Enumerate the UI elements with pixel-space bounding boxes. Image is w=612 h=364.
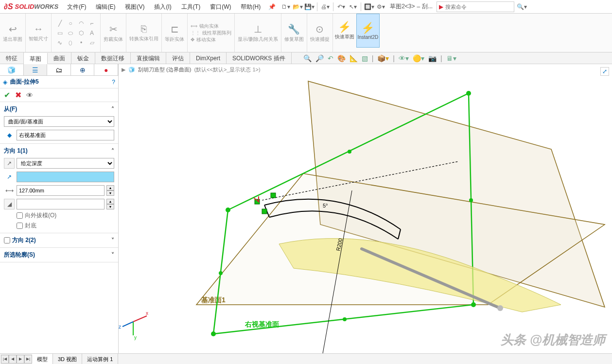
rapid-sketch-button[interactable]: ⚡快速草图 — [333, 14, 356, 48]
menu-view[interactable]: 视图(V) — [120, 0, 149, 14]
scene-icon[interactable]: 👁▾ — [399, 54, 409, 62]
spline-icon[interactable]: ∿ — [55, 38, 64, 47]
from-header[interactable]: 从(F) ˄ — [4, 105, 114, 113]
slot-icon[interactable]: ⬭ — [66, 29, 75, 37]
prev-tab-button[interactable]: ◀ — [9, 355, 17, 364]
graphics-viewport[interactable]: ▶ 🧊 刮胡刀造型 (边界曲面) (默认<<默认>_显示状态 1>) ⤢ 基准面… — [119, 64, 612, 353]
instant2d-button[interactable]: ⚡Instant2D — [356, 14, 380, 48]
line-icon[interactable]: ╱ — [55, 19, 64, 28]
tab-sketch[interactable]: 草图 — [24, 53, 48, 64]
contours-header[interactable]: 所选轮廓(S) ˅ — [4, 251, 114, 259]
ellipse-icon[interactable]: ⬯ — [66, 38, 75, 47]
options-button[interactable]: ⚙▾ — [375, 1, 386, 12]
open-button[interactable]: 📂▾ — [292, 1, 303, 12]
view-orient-icon[interactable]: 📐 — [350, 54, 358, 62]
draft-button[interactable]: ◢ — [4, 199, 15, 209]
rect-icon[interactable]: ▭ — [55, 29, 64, 37]
draft-angle-input[interactable] — [17, 199, 105, 209]
search-box[interactable]: ▶ — [437, 1, 514, 12]
relation-icon[interactable] — [271, 193, 276, 198]
dir2-enable-check[interactable] — [4, 237, 10, 243]
save-button[interactable]: 💾▾ — [304, 1, 315, 12]
zoom-area-icon[interactable]: 🔎 — [315, 54, 324, 62]
smart-dimension-button[interactable]: ↔智能尺寸 — [26, 14, 52, 52]
convert-button[interactable]: ⎘转换实体引用 — [126, 14, 162, 52]
tab-dimxpert[interactable]: DimXpert — [190, 52, 227, 64]
text-icon[interactable]: A — [87, 29, 96, 37]
new-button[interactable]: 🗋▾ — [280, 1, 291, 12]
dir1-header[interactable]: 方向 1(1) ˄ — [4, 147, 114, 155]
trim-button[interactable]: ✂剪裁实体 — [101, 14, 126, 52]
tab-direct[interactable]: 直接编辑 — [131, 52, 166, 64]
view-triad[interactable]: x y z — [119, 311, 148, 340]
dir2-header[interactable]: 方向 2(2) ˅ — [4, 236, 114, 244]
menu-file[interactable]: 文件(F) — [62, 0, 91, 14]
cancel-button[interactable]: ✖ — [15, 90, 21, 100]
pin-icon[interactable]: 📌 — [268, 3, 276, 10]
motion-tab[interactable]: 运动算例 1 — [82, 354, 118, 364]
ok-button[interactable]: ✔ — [4, 90, 10, 100]
tab-addins[interactable]: SOLIDWORKS 插件 — [227, 52, 292, 64]
next-tab-button[interactable]: ▶ — [17, 355, 24, 364]
linear-pattern-button[interactable]: ⋮⋮线性草图阵列 — [191, 30, 231, 36]
fillet-icon[interactable]: ⌐ — [87, 19, 96, 28]
expand-panel-icon[interactable]: ⤢ — [600, 67, 609, 76]
repair-sketch-button[interactable]: 🔧修复草图 — [281, 14, 307, 52]
angle-dimension[interactable]: 5° — [323, 203, 328, 208]
depth-input[interactable] — [17, 185, 105, 196]
tab-surface[interactable]: 曲面 — [48, 52, 71, 64]
last-tab-button[interactable]: ▶| — [24, 355, 32, 364]
menu-tools[interactable]: 工具(T) — [176, 0, 205, 14]
menu-help[interactable]: 帮助(H) — [236, 0, 265, 14]
menu-insert[interactable]: 插入(I) — [149, 0, 176, 14]
draft-spinner[interactable]: ▲▼ — [106, 199, 114, 209]
tab-sheetmetal[interactable]: 钣金 — [71, 52, 95, 64]
poly-icon[interactable]: ⬡ — [77, 29, 86, 37]
from-dropdown[interactable]: 曲面/面/基准面 — [4, 116, 114, 127]
move-button[interactable]: ✥移动实体 — [191, 36, 216, 43]
menu-edit[interactable]: 编辑(E) — [91, 0, 120, 14]
print-button[interactable]: 🖨▾ — [320, 1, 331, 12]
first-tab-button[interactable]: |◀ — [1, 355, 9, 364]
property-tab[interactable]: ☰ — [24, 64, 48, 75]
dir1-vector-box[interactable] — [17, 172, 114, 182]
settings-icon[interactable]: 📷 — [428, 54, 437, 62]
tab-eval[interactable]: 评估 — [166, 52, 190, 64]
menu-window[interactable]: 窗口(W) — [205, 0, 236, 14]
tab-feature[interactable]: 特征 — [0, 52, 24, 64]
offset-button[interactable]: ⊏等距实体 — [162, 14, 188, 52]
zoom-fit-icon[interactable]: 🔍 — [303, 54, 312, 62]
rebuild-button[interactable]: 🔲▾ — [364, 1, 374, 12]
arc-icon[interactable]: ◠ — [77, 19, 86, 28]
part-name[interactable]: 刮胡刀造型 (边界曲面) — [138, 66, 191, 73]
mirror-button[interactable]: ⟺镜向实体 — [191, 23, 219, 30]
fm-tree-tab[interactable]: 🧊 — [0, 64, 24, 75]
display-style-icon[interactable]: ▧ — [362, 54, 368, 62]
expand-icon[interactable]: ▶ — [122, 67, 125, 73]
plane-icon[interactable]: ▱ — [87, 38, 96, 47]
exit-sketch-button[interactable]: ↩退出草图 — [0, 14, 26, 52]
tab-migrate[interactable]: 数据迁移 — [95, 52, 131, 64]
point-icon[interactable]: • — [77, 38, 86, 47]
draft-outward-check[interactable]: 向外拔模(O) — [17, 211, 114, 220]
render-icon[interactable]: 🖥▾ — [446, 54, 456, 62]
prev-view-icon[interactable]: ↶ — [328, 54, 333, 62]
reverse-dir-button[interactable]: ↗ — [4, 158, 15, 169]
appearance-tab[interactable]: ● — [94, 64, 118, 75]
config-tab[interactable]: 🗂 — [47, 64, 71, 75]
depth-spinner[interactable]: ▲▼ — [106, 185, 114, 196]
hide-show-icon[interactable]: 📦▾ — [377, 54, 389, 62]
search-input[interactable] — [445, 4, 514, 10]
from-selection-box[interactable] — [17, 130, 114, 140]
quick-snap-button[interactable]: ⊙快速捕捉 — [307, 14, 333, 52]
display-delete-button[interactable]: ⊥显示/删除几何关系 — [235, 14, 281, 52]
dimxpert-tab[interactable]: ⊕ — [71, 64, 95, 75]
relation-icon[interactable] — [262, 209, 267, 214]
bc-sketch[interactable]: 草图2<3> — [390, 2, 415, 11]
circle-icon[interactable]: ○ — [66, 19, 75, 28]
select-button[interactable]: ↖▾ — [348, 1, 358, 12]
preview-button[interactable]: 👁 — [26, 91, 33, 99]
view3d-tab[interactable]: 3D 视图 — [53, 354, 82, 364]
undo-button[interactable]: ↶▾ — [336, 1, 347, 12]
help-icon[interactable]: ? — [112, 79, 115, 86]
